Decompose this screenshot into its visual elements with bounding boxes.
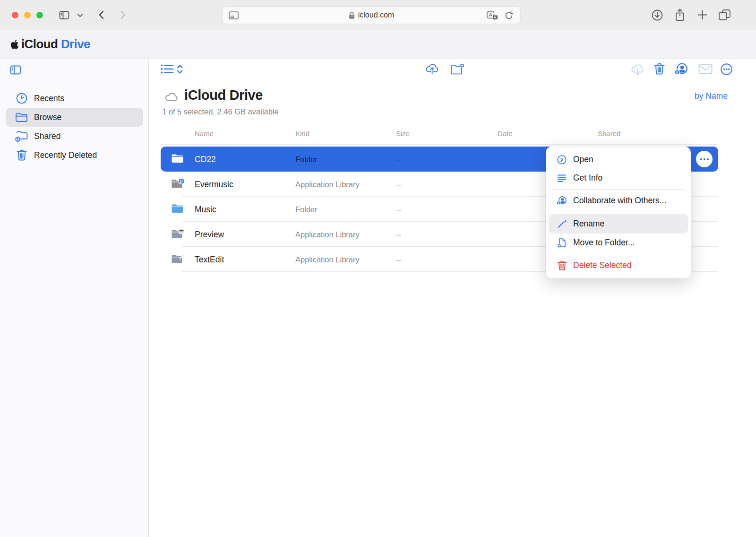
sidebar-item-label: Recents [34,94,64,104]
close-window-button[interactable] [12,12,18,18]
lock-icon [349,11,355,19]
tab-overview-button[interactable] [718,9,731,21]
chevron-down-icon[interactable] [77,14,83,17]
rename-pencil-icon [556,219,567,229]
url-text: icloud.com [358,11,394,19]
mail-icon[interactable] [698,64,713,76]
reload-icon[interactable] [504,11,514,22]
file-name: Evermusic [195,179,233,189]
sort-order-button[interactable] [177,64,183,76]
icloud-app-header: iCloud Drive [0,30,756,59]
forward-button[interactable] [118,9,128,20]
share-button[interactable] [674,8,686,22]
upload-icon[interactable] [425,62,439,77]
menu-item-collaborate[interactable]: Collaborate with Others... [549,191,688,210]
column-header-shared[interactable]: Shared [598,130,620,138]
list-view-button[interactable] [161,64,174,76]
row-more-button[interactable] [696,151,713,167]
download-from-cloud-icon[interactable] [630,63,645,78]
app-library-folder-icon [171,228,184,241]
file-kind: Folder [295,155,318,164]
clock-icon [15,92,28,104]
sidebar-item-shared[interactable]: Shared [6,127,143,146]
move-document-icon [556,237,567,248]
delete-icon[interactable] [653,62,665,77]
menu-item-label: Delete Selected [573,260,632,270]
shared-folder-icon [15,130,28,142]
file-name: TextEdit [195,254,224,264]
column-header-name[interactable]: Name [195,130,214,138]
context-menu: Open Get Info [546,147,691,278]
menu-item-label: Open [573,155,593,165]
sidebar-item-recents[interactable]: Recents [6,89,143,108]
collaborate-icon [556,196,567,206]
add-person-icon[interactable] [674,62,689,78]
sidebar-nav: Recents Browse [0,89,149,165]
sidebar: Recents Browse [0,59,149,537]
table-header: Name Kind Size Date Shared [161,127,718,145]
column-header-kind[interactable]: Kind [295,130,309,138]
sidebar-collapse-icon[interactable] [9,64,22,78]
menu-item-label: Move to Folder... [573,238,635,248]
page-title: iCloud Drive [184,87,263,103]
translate-icon[interactable]: A [487,11,498,23]
menu-item-rename[interactable]: Rename [549,214,688,234]
icloud-cloud-icon [163,91,180,106]
minimize-window-button[interactable] [24,12,31,18]
app-library-folder-icon [171,253,184,266]
apple-logo-icon [10,39,19,50]
menu-separator [551,212,685,212]
sidebar-item-label: Shared [34,131,60,141]
sort-by-button[interactable]: by Name [695,91,728,101]
file-name: Preview [195,229,224,239]
folder-icon [15,112,28,123]
menu-item-get-info[interactable]: Get Info [549,169,688,187]
folder-icon [171,203,184,215]
folder-icon [171,153,184,165]
menu-item-label: Rename [573,219,604,229]
file-kind: Application Library [295,255,360,264]
menu-item-open[interactable]: Open [549,150,688,169]
browser-chrome: icloud.com A [0,0,756,30]
svg-text:A: A [489,12,492,17]
menu-item-delete-selected[interactable]: Delete Selected [549,256,688,275]
delete-trash-icon [556,260,567,271]
column-header-size[interactable]: Size [396,130,410,138]
menu-item-move-to-folder[interactable]: Move to Folder... [549,234,688,252]
menu-item-label: Get Info [573,173,602,183]
more-actions-icon[interactable] [720,63,733,78]
file-size: -- [396,155,401,164]
sidebar-item-browse[interactable]: Browse [6,108,143,127]
url-display: icloud.com [223,11,520,19]
new-folder-icon[interactable] [450,63,465,77]
sidebar-item-label: Recently Deleted [34,150,97,160]
icloud-drive-window: icloud.com A [0,0,756,537]
sidebar-item-recently-deleted[interactable]: Recently Deleted [6,146,143,165]
page-format-icon[interactable] [229,11,239,22]
icloud-drive-logo: iCloud Drive [10,37,90,52]
main-content: iCloud Drive 1 of 5 selected, 2.46 GB av… [149,59,756,537]
downloads-button[interactable] [651,9,663,21]
menu-separator [551,189,685,190]
file-size: -- [396,230,401,239]
zoom-window-button[interactable] [36,12,43,18]
column-header-date[interactable]: Date [498,130,513,138]
back-button[interactable] [96,9,107,20]
sidebar-item-label: Browse [34,113,61,122]
menu-item-label: Collaborate with Others... [573,196,666,206]
address-bar[interactable]: icloud.com A [222,6,521,24]
trash-icon [15,149,28,161]
file-size: -- [396,205,401,214]
file-size: -- [396,255,401,264]
new-tab-button[interactable] [697,10,707,20]
file-size: -- [396,180,401,189]
file-kind: Application Library [295,230,360,239]
file-name: Music [195,204,216,214]
sidebar-toggle-icon[interactable] [59,9,70,21]
open-icon [556,155,567,165]
file-name: CD22 [195,154,216,164]
app-title: iCloud Drive [21,37,90,52]
file-kind: Application Library [295,180,360,189]
file-kind: Folder [295,205,318,214]
app-library-folder-icon [171,178,184,191]
